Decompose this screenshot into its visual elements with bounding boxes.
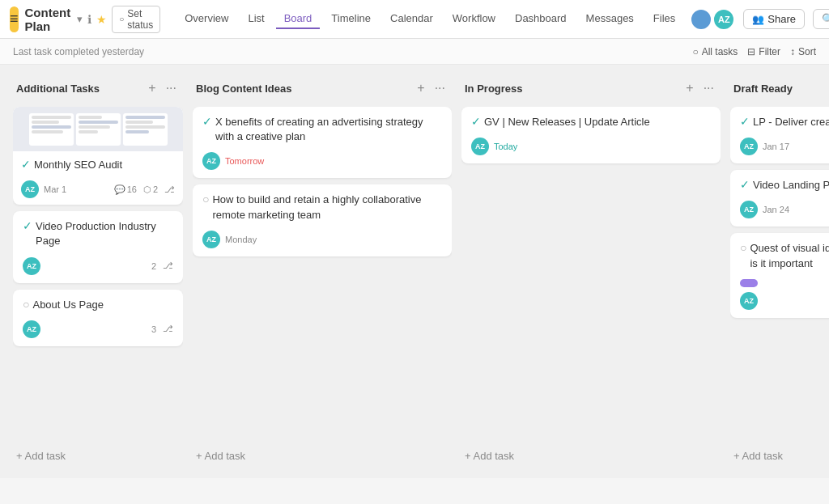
card-meta-video: AZ 2 ⎇ bbox=[23, 257, 173, 275]
tasks-about: 3 bbox=[151, 324, 156, 334]
card-meta-about: AZ 3 ⎇ bbox=[23, 320, 173, 338]
check-icon-video: ✓ bbox=[23, 219, 32, 232]
comments-seo: 💬 16 bbox=[114, 184, 137, 195]
avatar-group: AZ bbox=[690, 8, 735, 31]
more-progress[interactable]: ··· bbox=[700, 79, 717, 97]
add-task-draft[interactable]: + Add task bbox=[730, 443, 829, 468]
card-title-collab: How to build and retain a highly collabo… bbox=[212, 193, 442, 222]
column-in-progress: In Progress + ··· ✓ GV | New Releases | … bbox=[461, 74, 721, 468]
tab-overview[interactable]: Overview bbox=[176, 9, 236, 29]
stats-about: 3 ⎇ bbox=[151, 324, 173, 334]
add-card-progress[interactable]: + bbox=[682, 79, 696, 97]
search-icon: 🔍 bbox=[822, 13, 829, 25]
tab-files[interactable]: Files bbox=[645, 9, 683, 29]
board: Additional Tasks + ··· bbox=[0, 65, 829, 478]
date-vl: Jan 24 bbox=[763, 205, 789, 214]
avatar-about: AZ bbox=[23, 320, 40, 338]
avatar-video: AZ bbox=[23, 257, 40, 275]
tab-messages[interactable]: Messages bbox=[578, 9, 642, 29]
tab-calendar[interactable]: Calendar bbox=[382, 9, 441, 29]
check-icon-lp: ✓ bbox=[740, 115, 750, 128]
add-task-additional[interactable]: + Add task bbox=[13, 443, 183, 468]
date-lp: Jan 17 bbox=[763, 142, 789, 151]
tag-dot-quest bbox=[740, 279, 758, 287]
share-button[interactable]: 👥 Share bbox=[743, 9, 805, 29]
col-header-progress: In Progress + ··· bbox=[461, 74, 721, 102]
card-collaborative: ○ How to build and retain a highly colla… bbox=[193, 184, 452, 256]
incomplete-icon-quest: ○ bbox=[740, 241, 746, 254]
card-title-vl: Video Landing Pages bbox=[753, 178, 829, 193]
share-label: Share bbox=[767, 13, 796, 25]
sub-header: Last task completed yesterday ○ All task… bbox=[0, 39, 829, 65]
card-meta-vl: AZ Jan 24 6 ⎇ bbox=[740, 201, 829, 218]
avatar-vl: AZ bbox=[740, 201, 758, 218]
app-icon[interactable]: ≡ bbox=[10, 6, 19, 32]
sub-header-actions: ○ All tasks ⊟ Filter ↕ Sort bbox=[692, 46, 816, 57]
add-card-additional[interactable]: + bbox=[145, 79, 159, 97]
tasks-video: 2 bbox=[151, 261, 156, 271]
tasks-seo: ⬡ 2 bbox=[143, 184, 158, 195]
info-icon[interactable]: ℹ bbox=[87, 13, 91, 26]
tab-dashboard[interactable]: Dashboard bbox=[507, 9, 575, 29]
tab-list[interactable]: List bbox=[240, 9, 272, 29]
more-additional[interactable]: ··· bbox=[163, 79, 180, 97]
avatar-quest: AZ bbox=[740, 292, 758, 310]
card-title-quest: Quest of visual identity: your brand loo… bbox=[750, 241, 829, 270]
card-title-lp: LP - Deliver creative projects 10x faste… bbox=[753, 115, 829, 129]
avatar-adv: AZ bbox=[202, 152, 220, 170]
card-quest: ○ Quest of visual identity: your brand l… bbox=[730, 233, 829, 317]
header-right: AZ 👥 Share 🔍 Search ⚡ bbox=[690, 8, 829, 31]
seo-thumbnail bbox=[13, 107, 183, 151]
add-task-progress[interactable]: + Add task bbox=[461, 443, 721, 468]
date-collab: Monday bbox=[225, 235, 257, 244]
col-title-additional: Additional Tasks bbox=[16, 83, 100, 95]
tab-board[interactable]: Board bbox=[276, 9, 321, 29]
incomplete-icon-about: ○ bbox=[23, 298, 29, 311]
check-icon-seo: ✓ bbox=[21, 158, 31, 171]
tab-timeline[interactable]: Timeline bbox=[323, 9, 379, 29]
more-blog[interactable]: ··· bbox=[432, 79, 449, 97]
card-seo: ✓ Monthly SEO Audit AZ Mar 1 💬 16 ⬡ 2 ⎇ bbox=[13, 107, 183, 205]
cards-progress: ✓ GV | New Releases | Update Article AZ … bbox=[461, 107, 721, 440]
col-title-draft: Draft Ready bbox=[733, 83, 793, 95]
nav-tabs: Overview List Board Timeline Calendar Wo… bbox=[176, 9, 683, 29]
card-gv: ✓ GV | New Releases | Update Article AZ … bbox=[461, 107, 721, 163]
add-task-blog[interactable]: + Add task bbox=[193, 443, 452, 468]
card-video-landing: ✓ Video Landing Pages AZ Jan 24 6 ⎇ bbox=[730, 170, 829, 227]
branch-icon-video: ⎇ bbox=[163, 260, 173, 271]
share-icon: 👥 bbox=[752, 14, 764, 25]
last-task-text: Last task completed yesterday bbox=[13, 46, 144, 57]
col-title-progress: In Progress bbox=[465, 83, 523, 95]
col-header-draft: Draft Ready + ··· bbox=[730, 74, 829, 102]
tab-workflow[interactable]: Workflow bbox=[444, 9, 504, 29]
sort-button[interactable]: ↕ Sort bbox=[790, 46, 816, 57]
avatar-user2: AZ bbox=[712, 8, 735, 31]
cards-additional: ✓ Monthly SEO Audit AZ Mar 1 💬 16 ⬡ 2 ⎇ bbox=[13, 107, 183, 440]
card-title-about: About Us Page bbox=[32, 298, 103, 312]
add-card-blog[interactable]: + bbox=[414, 79, 427, 97]
status-button[interactable]: ○Set status bbox=[112, 6, 160, 33]
card-meta-quest: AZ bbox=[740, 279, 829, 310]
date-seo: Mar 1 bbox=[44, 184, 66, 194]
card-title-gv: GV | New Releases | Update Article bbox=[484, 115, 650, 129]
date-adv: Tomorrow bbox=[225, 156, 264, 166]
col-header-additional: Additional Tasks + ··· bbox=[13, 74, 183, 102]
check-icon-adv: ✓ bbox=[202, 115, 212, 128]
col-title-blog: Blog Content Ideas bbox=[196, 83, 291, 95]
card-about-us: ○ About Us Page AZ 3 ⎇ bbox=[13, 290, 183, 346]
stats-seo: 💬 16 ⬡ 2 ⎇ bbox=[114, 184, 175, 195]
card-title-seo: Monthly SEO Audit bbox=[34, 158, 122, 172]
filter-button[interactable]: ⊟ Filter bbox=[747, 46, 780, 57]
search-box[interactable]: 🔍 Search bbox=[813, 9, 829, 29]
star-icon[interactable]: ★ bbox=[96, 13, 107, 26]
card-meta-seo: AZ Mar 1 💬 16 ⬡ 2 ⎇ bbox=[21, 180, 175, 198]
check-icon-gv: ✓ bbox=[471, 115, 481, 128]
card-advertising: ✓ X benefits of creating an advertising … bbox=[193, 107, 452, 178]
card-video-production: ✓ Video Production Industry Page AZ 2 ⎇ bbox=[13, 211, 183, 282]
incomplete-icon-collab: ○ bbox=[202, 193, 209, 205]
stats-video: 2 ⎇ bbox=[151, 260, 173, 271]
all-tasks-button[interactable]: ○ All tasks bbox=[692, 46, 738, 57]
chevron-down-icon[interactable]: ▾ bbox=[77, 13, 83, 25]
cards-draft: ✓ LP - Deliver creative projects 10x fas… bbox=[730, 107, 829, 440]
header: ≡ Content Plan ▾ ℹ ★ ○Set status Overvie… bbox=[0, 0, 829, 39]
